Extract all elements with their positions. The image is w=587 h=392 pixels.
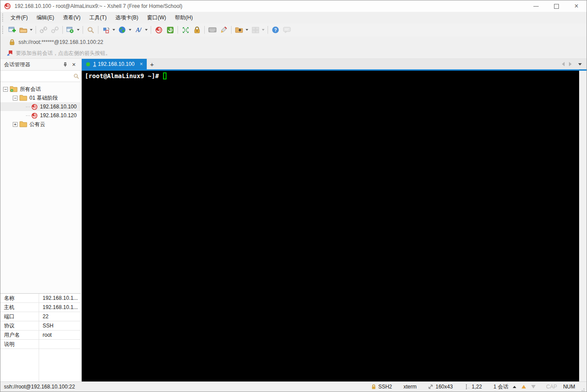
- session-properties-icon[interactable]: [65, 25, 76, 35]
- web-icon[interactable]: [117, 25, 127, 35]
- tree-node-folder-basic[interactable]: − 01 基础阶段: [0, 94, 81, 102]
- sessions-root-folder-icon: [10, 86, 18, 92]
- xshell-logo-icon: [4, 3, 11, 10]
- menu-tools[interactable]: 工具(T): [85, 12, 111, 23]
- property-row-protocol: 协议 SSH: [0, 321, 81, 331]
- tree-node-session-100[interactable]: 192.168.10.100: [0, 102, 81, 111]
- expand-icon[interactable]: +: [13, 122, 18, 127]
- session-properties-table: 名称 192.168.10.1... 主机 192.168.10.1... 端口…: [0, 293, 81, 381]
- highlight-pen-icon[interactable]: [218, 25, 229, 35]
- collapse-icon[interactable]: −: [13, 96, 18, 101]
- web-dropdown[interactable]: [129, 29, 131, 31]
- close-panel-icon[interactable]: ×: [69, 60, 78, 69]
- status-protocol: SSH2: [371, 384, 392, 390]
- status-bar: ssh://root@192.168.10.100:22 SSH2 xterm …: [0, 381, 587, 392]
- lock-icon: [371, 384, 376, 390]
- session-icon: [31, 104, 38, 110]
- font-dropdown[interactable]: [145, 29, 148, 31]
- property-row-name: 名称 192.168.10.1...: [0, 294, 81, 303]
- close-button[interactable]: ×: [566, 0, 587, 12]
- tile-windows-icon: [250, 25, 261, 35]
- svg-text:A: A: [135, 27, 140, 33]
- maximize-button[interactable]: [546, 0, 566, 12]
- info-message: 要添加当前会话，点击左侧的箭头按钮。: [16, 50, 111, 57]
- cursor-position-icon: [464, 384, 470, 389]
- tree-node-session-120[interactable]: 192.168.10.120: [0, 111, 81, 120]
- scroll-up-icon[interactable]: [522, 385, 526, 388]
- new-folder-icon[interactable]: [234, 25, 244, 35]
- session-search[interactable]: [0, 71, 81, 82]
- session-properties-dropdown[interactable]: [77, 29, 80, 31]
- find-icon[interactable]: [85, 25, 96, 35]
- resize-icon: [428, 384, 433, 389]
- toolbar: A ?: [0, 23, 587, 36]
- connected-dot-icon: [86, 62, 90, 66]
- tab-close-icon[interactable]: ×: [140, 61, 143, 67]
- tab-list-dropdown-icon[interactable]: [578, 63, 582, 65]
- tab-bar: 1 192.168.10.100 × +: [82, 59, 587, 69]
- add-session-flag-icon: [7, 50, 13, 57]
- feedback-icon: [282, 25, 292, 35]
- compose-pane-icon[interactable]: [101, 25, 111, 35]
- tab-session-100[interactable]: 1 192.168.10.100 ×: [82, 59, 147, 69]
- minimize-button[interactable]: [526, 0, 546, 12]
- xshell-window: 192.168.10.100 - root@AlmaLinux9:~ - Xsh…: [0, 0, 587, 392]
- menu-view[interactable]: 查看(V): [58, 12, 85, 23]
- info-bar: 要添加当前会话，点击左侧的箭头按钮。: [0, 48, 587, 59]
- collapse-icon[interactable]: −: [3, 87, 8, 92]
- open-session-icon[interactable]: [18, 25, 29, 35]
- open-session-dropdown[interactable]: [30, 29, 33, 31]
- help-icon[interactable]: ?: [270, 25, 281, 35]
- scroll-down-icon[interactable]: [531, 385, 536, 388]
- menu-file[interactable]: 文件(F): [6, 12, 32, 23]
- menu-window[interactable]: 窗口(W): [143, 12, 170, 23]
- tree-node-all-sessions[interactable]: − 所有会话: [0, 85, 81, 94]
- svg-text:?: ?: [274, 28, 277, 32]
- virtual-keyboard-icon[interactable]: [207, 25, 217, 35]
- menubar-grip[interactable]: [2, 14, 4, 22]
- tab-scroll-right-icon[interactable]: [569, 62, 572, 66]
- new-folder-dropdown[interactable]: [246, 29, 248, 31]
- disconnect-icon: [38, 25, 49, 35]
- session-tree: − 所有会话 − 01 基础阶段: [0, 82, 81, 293]
- shell-prompt: [root@AlmaLinux9 ~]#: [85, 72, 163, 79]
- terminal-scrollbar[interactable]: [579, 71, 587, 381]
- status-cursor-position: 1,22: [464, 384, 482, 390]
- xshell-icon[interactable]: [153, 25, 164, 35]
- search-icon: [73, 73, 79, 79]
- menu-edit[interactable]: 编辑(E): [32, 12, 58, 23]
- property-row-description: 说明: [0, 340, 81, 349]
- tree-node-folder-cloud[interactable]: + 公有云: [0, 120, 81, 129]
- status-terminal-type: xterm: [403, 384, 417, 390]
- fullscreen-icon[interactable]: [180, 25, 191, 35]
- pin-icon[interactable]: [61, 60, 69, 69]
- session-list-caret-icon[interactable]: [513, 386, 516, 388]
- property-row-port: 端口 22: [0, 312, 81, 321]
- menu-help[interactable]: 帮助(H): [170, 12, 197, 23]
- tab-host: 192.168.10.100: [98, 61, 134, 67]
- menu-tabs[interactable]: 选项卡(B): [111, 12, 143, 23]
- toolbar-grip[interactable]: [2, 26, 4, 34]
- address-bar[interactable]: ssh://root:******@192.168.10.100:22: [0, 36, 587, 48]
- resize-grip[interactable]: [580, 386, 585, 392]
- new-tab-button[interactable]: +: [147, 59, 157, 69]
- new-session-icon[interactable]: [7, 25, 17, 35]
- terminal-screen[interactable]: [root@AlmaLinux9 ~]#: [82, 71, 579, 381]
- compose-pane-dropdown[interactable]: [112, 29, 115, 31]
- session-search-input[interactable]: [2, 72, 73, 81]
- property-row-username: 用户名 root: [0, 331, 81, 340]
- status-session-count[interactable]: 1 会话: [493, 383, 516, 391]
- session-icon: [31, 112, 38, 119]
- xftp-icon[interactable]: [165, 25, 175, 35]
- session-manager-panel: 会话管理器 × − 所有会话 −: [0, 59, 82, 381]
- title-bar: 192.168.10.100 - root@AlmaLinux9:~ - Xsh…: [0, 0, 587, 12]
- status-terminal-size: 160x43: [428, 384, 453, 390]
- lock-screen-icon[interactable]: [192, 25, 202, 35]
- terminal-cursor: [163, 72, 167, 79]
- tab-scroll-left-icon[interactable]: [562, 62, 565, 66]
- font-icon[interactable]: A: [133, 25, 144, 35]
- window-title: 192.168.10.100 - root@AlmaLinux9:~ - Xsh…: [14, 3, 526, 9]
- address-url[interactable]: ssh://root:******@192.168.10.100:22: [18, 39, 103, 45]
- folder-icon: [19, 95, 27, 101]
- status-num-lock: NUM: [563, 384, 575, 390]
